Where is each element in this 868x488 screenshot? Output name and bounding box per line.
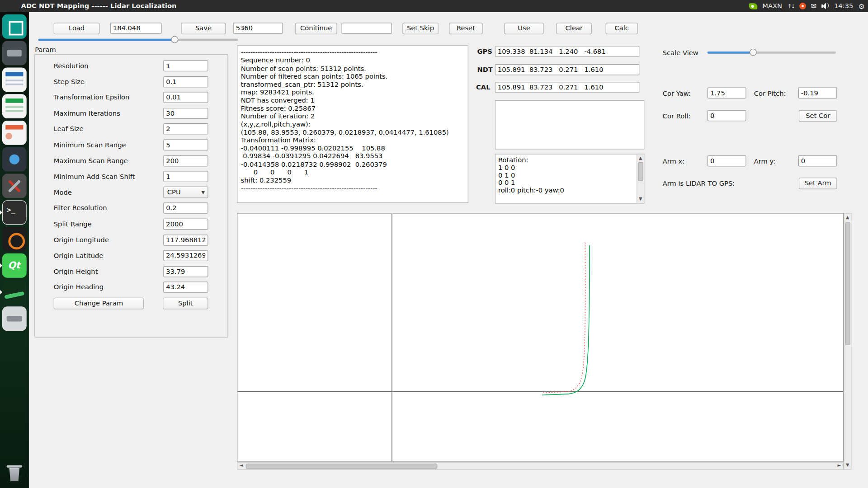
scroll-down-icon[interactable]: ▼ — [637, 196, 644, 202]
chevron-down-icon: ▼ — [202, 187, 205, 197]
split-button[interactable]: Split — [163, 298, 208, 310]
dock-orange-ring-app-icon[interactable] — [2, 227, 27, 251]
playback-slider[interactable] — [38, 39, 238, 41]
change-param-button[interactable]: Change Param — [54, 298, 144, 310]
param-input-origin-height[interactable] — [163, 266, 208, 277]
ndt-log-text: ----------------------------------------… — [237, 46, 467, 195]
volume-icon[interactable]: ) — [821, 3, 829, 9]
plot-vertical-scrollbar[interactable]: ▲ ▼ — [844, 213, 851, 469]
param-label-resolution: Resolution — [54, 62, 89, 70]
param-input-leaf-size[interactable] — [163, 123, 208, 134]
gps-label: GPS — [477, 47, 492, 55]
param-label-origin-latitude: Origin Latitude — [54, 252, 104, 259]
continue-button[interactable]: Conitinue — [295, 23, 337, 34]
dock-green-app-icon[interactable] — [2, 280, 27, 305]
mode-select[interactable]: CPU ▼ — [163, 187, 208, 198]
nvidia-icon[interactable] — [749, 3, 757, 9]
clock: 14:35 — [834, 2, 853, 10]
ubuntu-indicator-icon[interactable] — [799, 3, 806, 9]
dock-trash-icon[interactable] — [2, 460, 27, 485]
rotation-text: Rotation: 1 0 0 0 1 0 0 0 1 roll:0 pitch… — [495, 155, 644, 197]
param-label-step-size: Step Size — [54, 78, 85, 86]
cor-roll-input[interactable] — [708, 110, 746, 121]
session-gear-icon[interactable]: ⚙ — [858, 2, 864, 10]
trajectory-red-dotted-path — [543, 242, 585, 393]
param-input-minimum-scan-range[interactable] — [163, 140, 208, 150]
param-label-maximum-scan-range: Maximum Scan Range — [54, 157, 128, 165]
scroll-down-icon[interactable]: ▼ — [844, 462, 851, 469]
param-input-resolution[interactable] — [163, 60, 208, 71]
dock-disks-icon[interactable] — [2, 306, 27, 331]
rotation-scrollbar-thumb[interactable] — [638, 162, 643, 181]
cal-value-input[interactable] — [495, 82, 640, 93]
param-label-mode: Mode — [54, 189, 72, 197]
cor-yaw-label: Cor Yaw: — [663, 89, 691, 97]
param-input-origin-heading[interactable] — [163, 282, 208, 292]
playback-slider-handle[interactable] — [171, 36, 178, 43]
scroll-right-icon[interactable]: ► — [836, 463, 843, 469]
use-button[interactable]: Use — [505, 23, 544, 34]
system-tray: MAXN ↑↓ ✉ ) 14:35 ⚙ — [749, 0, 865, 12]
param-input-origin-latitude[interactable] — [163, 250, 208, 261]
dock-qt-creator-icon[interactable]: Qt — [2, 253, 27, 278]
arm-x-input[interactable] — [708, 155, 746, 166]
calc-button[interactable]: Calc — [606, 23, 638, 34]
param-group-title: Param — [35, 46, 56, 54]
param-input-step-size[interactable] — [163, 76, 208, 87]
param-label-origin-height: Origin Height — [54, 268, 98, 276]
dock-terminal-icon[interactable]: >_ — [2, 200, 27, 225]
param-input-transformation-epsilon[interactable] — [163, 92, 208, 103]
window-title: ADC NDT Mapping ------ Lidar Localizatio… — [21, 0, 177, 12]
reset-button[interactable]: Reset — [449, 23, 483, 34]
arm-y-input[interactable] — [798, 155, 837, 166]
set-arm-button[interactable]: Set Arm — [799, 178, 837, 189]
mode-select-value: CPU — [167, 188, 181, 196]
scroll-up-icon[interactable]: ▲ — [637, 155, 644, 162]
trajectory-plot[interactable] — [237, 213, 844, 462]
scale-view-label: Scale View — [663, 49, 698, 57]
param-input-origin-longitude[interactable] — [163, 235, 208, 245]
param-label-origin-heading: Origin Heading — [54, 283, 104, 291]
playback-slider-fill — [38, 39, 174, 41]
plot-vertical-scrollbar-thumb[interactable] — [845, 222, 850, 345]
network-arrows-icon[interactable]: ↑↓ — [787, 3, 794, 9]
dock-files-icon[interactable] — [2, 41, 27, 66]
dock-activities-icon[interactable] — [2, 14, 27, 39]
scroll-left-icon[interactable]: ◄ — [238, 463, 245, 469]
set-cor-button[interactable]: Set Cor — [799, 110, 837, 122]
scroll-up-icon[interactable]: ▲ — [844, 214, 851, 221]
launcher-dock: >_ Qt — [0, 12, 29, 488]
scale-view-slider[interactable] — [708, 52, 836, 54]
param-label-maximum-iterations: Maximum Iterations — [54, 109, 120, 117]
gps-value-input[interactable] — [495, 46, 640, 57]
rotation-scrollbar[interactable]: ▲ ▼ — [637, 155, 644, 203]
param-input-split-range[interactable] — [163, 219, 208, 230]
cor-roll-label: Cor Roll: — [663, 113, 691, 120]
plot-horizontal-scrollbar-thumb[interactable] — [246, 464, 438, 469]
dock-calc-icon[interactable] — [2, 94, 27, 118]
messages-icon[interactable]: ✉ — [811, 2, 816, 10]
ndt-value-input[interactable] — [495, 64, 640, 75]
plot-horizontal-scrollbar[interactable]: ◄ ► — [237, 462, 844, 469]
cor-yaw-input[interactable] — [708, 87, 746, 98]
param-input-filter-resolution[interactable] — [163, 202, 208, 213]
param-label-origin-longitude: Origin Longitude — [54, 236, 109, 244]
scale-view-slider-handle[interactable] — [750, 49, 757, 56]
scale-view-slider-fill — [708, 52, 753, 54]
dock-software-icon[interactable] — [2, 147, 27, 172]
dock-writer-icon[interactable] — [2, 67, 27, 92]
param-input-minimum-add-scan-shift[interactable] — [163, 171, 208, 182]
dock-settings-icon[interactable] — [2, 174, 27, 198]
param-input-maximum-scan-range[interactable] — [163, 155, 208, 166]
clear-button[interactable]: Clear — [557, 23, 592, 34]
continue-value-input[interactable] — [342, 23, 392, 33]
load-button[interactable]: Load — [54, 23, 100, 34]
save-button[interactable]: Save — [181, 23, 226, 34]
param-label-leaf-size: Leaf Size — [54, 125, 84, 133]
set-skip-button[interactable]: Set Skip — [402, 23, 439, 34]
save-value-input[interactable] — [233, 23, 283, 33]
param-input-maximum-iterations[interactable] — [163, 108, 208, 119]
dock-impress-icon[interactable] — [2, 121, 27, 145]
load-value-input[interactable] — [110, 23, 162, 33]
cor-pitch-input[interactable] — [798, 87, 837, 98]
